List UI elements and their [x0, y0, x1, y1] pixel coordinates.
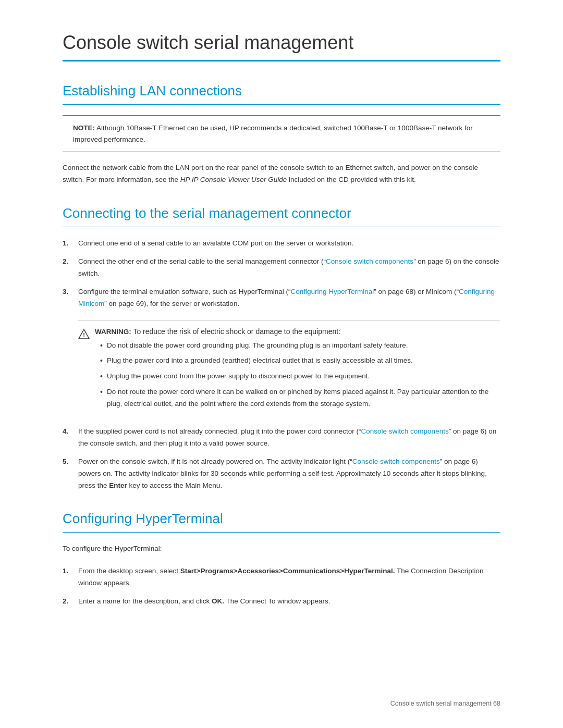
step3-link1[interactable]: Configuring HyperTerminal: [290, 288, 374, 295]
hyper-intro: To configure the HyperTerminal:: [63, 543, 500, 555]
warning-row: ! WARNING: To reduce the risk of electri…: [78, 327, 500, 413]
hyper-step2-num: 2.: [63, 596, 78, 608]
hyper-step1-before: From the desktop screen, select: [78, 567, 180, 575]
warning-bullet-1: Do not disable the power cord grounding …: [95, 340, 500, 352]
warning-bullet-2: Plug the power cord into a grounded (ear…: [95, 355, 500, 367]
warning-bullet-4: Do not route the power cord where it can…: [95, 386, 500, 410]
warning-text: To reduce the risk of electric shock or …: [133, 327, 340, 336]
serial-step-5: 5. Power on the console switch, if it is…: [63, 456, 500, 492]
step5-before: Power on the console switch, if it is no…: [78, 458, 352, 465]
footer-text: Console switch serial management: [390, 700, 492, 707]
serial-step-3: 3. Configure the terminal emulation soft…: [63, 286, 500, 310]
warning-bullet-3: Unplug the power cord from the power sup…: [95, 371, 500, 383]
hyper-step2-before: Enter a name for the description, and cl…: [78, 597, 212, 605]
step4-link[interactable]: Console switch components: [361, 427, 449, 435]
step3-before: Configure the terminal emulation softwar…: [78, 288, 290, 295]
warning-bullets: Do not disable the power cord grounding …: [95, 340, 500, 410]
step1-content: Connect one end of a serial cable to an …: [78, 238, 500, 250]
step3-content: Configure the terminal emulation softwar…: [78, 286, 500, 310]
warning-bullet-3-text: Unplug the power cord from the power sup…: [107, 371, 370, 382]
hyper-step-1: 1. From the desktop screen, select Start…: [63, 565, 500, 589]
warning-content: WARNING: To reduce the risk of electric …: [95, 327, 500, 413]
step5-end: key to access the Main Menu.: [127, 482, 222, 489]
step5-bold: Enter: [109, 482, 127, 489]
serial-step-1: 1. Connect one end of a serial cable to …: [63, 238, 500, 250]
hyper-step-2: 2. Enter a name for the description, and…: [63, 596, 500, 608]
page: Console switch serial management Establi…: [0, 0, 563, 728]
hyper-steps-list: 1. From the desktop screen, select Start…: [63, 565, 500, 608]
note-text: NOTE: Although 10Base-T Ethernet can be …: [73, 122, 490, 145]
page-title: Console switch serial management: [63, 31, 500, 61]
hyper-step1-content: From the desktop screen, select Start>Pr…: [78, 565, 500, 589]
serial-steps-list: 1. Connect one end of a serial cable to …: [63, 238, 500, 310]
serial-step-2: 2. Connect the other end of the serial c…: [63, 256, 500, 280]
section-title-serial: Connecting to the serial management conn…: [63, 205, 500, 227]
page-footer: Console switch serial management 68: [390, 700, 500, 707]
svg-text:!: !: [83, 332, 85, 338]
warning-icon: !: [78, 328, 90, 340]
hyper-step2-content: Enter a name for the description, and cl…: [78, 596, 500, 608]
lan-body-text: Connect the network cable from the LAN p…: [63, 162, 500, 186]
warning-label: WARNING:: [95, 328, 131, 336]
lan-body-italic: HP IP Console Viewer User Guide: [180, 176, 287, 183]
step2-content: Connect the other end of the serial cabl…: [78, 256, 500, 280]
step5-content: Power on the console switch, if it is no…: [78, 456, 500, 492]
step2-num: 2.: [63, 256, 78, 268]
note-body: Although 10Base-T Ethernet can be used, …: [73, 124, 473, 143]
step5-num: 5.: [63, 456, 78, 468]
footer-page-num: 68: [493, 700, 500, 707]
hyper-step2-bold: OK.: [212, 597, 224, 605]
hyper-step2-after: The Connect To window appears.: [224, 597, 331, 605]
hyper-step1-bold: Start>Programs>Accessories>Communication…: [180, 567, 395, 575]
warning-box: ! WARNING: To reduce the risk of electri…: [78, 320, 500, 419]
step1-text: Connect one end of a serial cable to an …: [78, 239, 353, 247]
note-label: NOTE:: [73, 124, 95, 132]
serial-step-4: 4. If the supplied power cord is not alr…: [63, 426, 500, 450]
step3-mid: ” on page 68) or Minicom (“: [374, 288, 459, 295]
step4-content: If the supplied power cord is not alread…: [78, 426, 500, 450]
note-box: NOTE: Although 10Base-T Ethernet can be …: [63, 115, 500, 152]
section-title-lan: Establishing LAN connections: [63, 82, 500, 105]
serial-steps-list-2: 4. If the supplied power cord is not alr…: [63, 426, 500, 492]
hyper-step1-num: 1.: [63, 565, 78, 577]
step4-before: If the supplied power cord is not alread…: [78, 427, 361, 435]
step2-link[interactable]: Console switch components: [326, 257, 413, 265]
warning-bullet-1-text: Do not disable the power cord grounding …: [107, 340, 408, 352]
warning-bullet-4-text: Do not route the power cord where it can…: [107, 386, 500, 410]
step5-link[interactable]: Console switch components: [352, 458, 440, 465]
step1-num: 1.: [63, 238, 78, 250]
step3-after: ” on page 69), for the server or worksta…: [104, 300, 239, 307]
step3-num: 3.: [63, 286, 78, 298]
warning-bullet-2-text: Plug the power cord into a grounded (ear…: [107, 355, 413, 367]
section-title-hyper: Configuring HyperTerminal: [63, 510, 500, 533]
step4-num: 4.: [63, 426, 78, 438]
step2-before: Connect the other end of the serial cabl…: [78, 257, 326, 265]
lan-body-end: included on the CD provided with this ki…: [287, 176, 416, 183]
warning-header: WARNING: To reduce the risk of electric …: [95, 327, 500, 336]
